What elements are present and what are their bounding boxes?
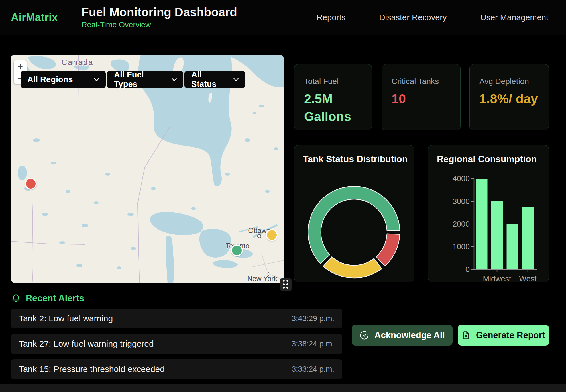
y-tick-label: 4000 [453, 174, 470, 183]
chevron-down-icon [94, 78, 99, 81]
header: AirMatrix Fuel Monitoring Dashboard Real… [0, 0, 566, 35]
stat-label: Avg Depletion [479, 77, 549, 86]
stat-value: 2.5M Gallons [304, 90, 370, 125]
city-label-new-york: New York [247, 274, 278, 283]
nav-user-management[interactable]: User Management [480, 13, 548, 22]
acknowledge-all-button[interactable]: Acknowledge All [352, 325, 453, 346]
fuel-monitoring-dashboard: AirMatrix Fuel Monitoring Dashboard Real… [0, 0, 566, 392]
generate-report-label: Generate Report [476, 330, 545, 340]
chevron-down-icon [233, 78, 239, 81]
bar-Midwest [491, 201, 503, 270]
stat-card-avg-depletion: Avg Depletion 1.8%/ day [469, 64, 549, 130]
stat-value: 1.8%/ day [479, 90, 545, 108]
zoom-in-button[interactable]: + [14, 60, 27, 72]
alert-text: Tank 27: Low fuel warning triggered [19, 339, 154, 349]
map-country-label: Canada [62, 58, 94, 67]
bell-icon [11, 293, 21, 303]
regional-consumption-bar-chart: 01000200030004000MidwestWest [428, 145, 549, 283]
alerts-title: Recent Alerts [26, 293, 84, 303]
map-drag-handle[interactable] [280, 278, 292, 291]
alert-time: 3:33:24 p.m. [292, 365, 334, 374]
stat-label: Total Fuel [304, 77, 372, 86]
stat-card-critical-tanks: Critical Tanks 10 [382, 64, 461, 130]
stat-label: Critical Tanks [392, 77, 460, 86]
status-filter-select[interactable]: All Status [184, 71, 245, 88]
generate-report-button[interactable]: Generate Report [458, 325, 549, 346]
y-tick-label: 3000 [453, 197, 470, 206]
title-block: Fuel Monitoring Dashboard Real-Time Over… [82, 6, 237, 29]
alert-row: Tank 15: Pressure threshold exceeded 3:3… [11, 359, 342, 379]
brand-logo[interactable]: AirMatrix [11, 11, 76, 24]
chart-title: Tank Status Distribution [303, 154, 408, 164]
donut-segment-red [376, 234, 400, 266]
chevron-down-icon [172, 78, 177, 81]
bottom-panel-edge [0, 384, 566, 392]
fuel-type-filter-value: All Fuel Types [114, 70, 164, 89]
y-tick-label: 1000 [453, 242, 470, 251]
y-tick-label: 0 [465, 265, 470, 274]
bar-West [522, 207, 534, 270]
donut-segment-yellow [323, 257, 382, 278]
region-filter-value: All Regions [27, 75, 73, 84]
chart-title: Regional Consumption [437, 154, 537, 164]
alert-text: Tank 2: Low fuel warning [19, 314, 113, 323]
acknowledge-all-label: Acknowledge All [374, 330, 445, 340]
x-tick-label-midwest: Midwest [483, 275, 511, 283]
alerts-header: Recent Alerts [11, 293, 84, 303]
map-filter-bar: All Regions All Fuel Types All Status [21, 71, 245, 88]
alert-time: 3:38:24 p.m. [292, 340, 334, 348]
alert-time: 3:43:29 p.m. [292, 314, 334, 323]
status-filter-value: All Status [191, 70, 226, 89]
bar-region-1 [476, 179, 488, 270]
bar-region-3 [507, 224, 518, 270]
stat-card-total-fuel: Total Fuel 2.5M Gallons [294, 64, 372, 130]
stat-value: 10 [392, 90, 457, 108]
alert-row: Tank 27: Low fuel warning triggered 3:38… [11, 334, 342, 354]
alert-row: Tank 2: Low fuel warning 3:43:29 p.m. [11, 309, 342, 328]
nav-reports[interactable]: Reports [317, 13, 346, 22]
page-title: Fuel Monitoring Dashboard [82, 6, 237, 19]
tank-status-chart-card: Tank Status Distribution [294, 145, 414, 282]
fuel-type-filter-select[interactable]: All Fuel Types [107, 71, 183, 88]
x-tick-label-west: West [519, 275, 537, 283]
region-filter-select[interactable]: All Regions [21, 71, 106, 88]
map-canvas[interactable]: Canada OttawaTorontoNew York + − All Reg… [11, 55, 284, 283]
tank-marker-critical[interactable] [25, 178, 37, 190]
regional-consumption-chart-card: Regional Consumption 01000200030004000Mi… [428, 145, 549, 282]
alert-text: Tank 15: Pressure threshold exceeded [19, 364, 165, 374]
check-circle-icon [360, 331, 369, 340]
report-file-icon [462, 331, 470, 340]
tank-status-donut-chart [294, 145, 414, 283]
page-subtitle: Real-Time Overview [82, 21, 237, 29]
tank-marker-normal[interactable] [231, 244, 243, 256]
main-nav: Reports Disaster Recovery User Managemen… [317, 13, 566, 22]
tank-marker-warning[interactable] [266, 229, 278, 241]
nav-disaster-recovery[interactable]: Disaster Recovery [379, 13, 447, 22]
y-tick-label: 2000 [453, 220, 470, 228]
